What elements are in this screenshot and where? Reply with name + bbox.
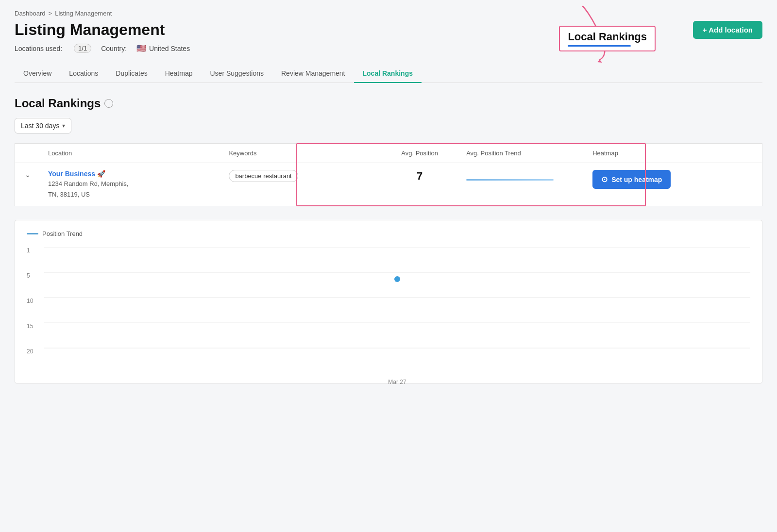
tab-heatmap[interactable]: Heatmap bbox=[156, 65, 202, 83]
col-avg-position: Avg. Position bbox=[381, 144, 458, 163]
business-address-line1: 1234 Random Rd, Memphis, bbox=[48, 180, 213, 188]
heatmap-icon: ⊙ bbox=[601, 175, 608, 184]
tab-local-rankings[interactable]: Local Rankings bbox=[354, 65, 422, 83]
date-filter-dropdown[interactable]: Last 30 days ▾ bbox=[15, 118, 71, 133]
date-filter-label: Last 30 days bbox=[21, 122, 59, 130]
tab-locations[interactable]: Locations bbox=[60, 65, 107, 83]
page-title: Listing Management bbox=[15, 21, 190, 39]
trend-line bbox=[466, 170, 577, 189]
nav-tabs: Overview Locations Duplicates Heatmap Us… bbox=[15, 65, 762, 83]
locations-badge: 1/1 bbox=[74, 44, 91, 53]
x-axis-label: Mar 27 bbox=[44, 379, 750, 385]
col-keywords: Keywords bbox=[221, 144, 381, 163]
tab-duplicates[interactable]: Duplicates bbox=[107, 65, 156, 83]
business-address-line2: TN, 38119, US bbox=[48, 190, 213, 199]
y-label-15: 15 bbox=[27, 323, 33, 330]
col-heatmap: Heatmap bbox=[585, 144, 762, 163]
legend-label: Position Trend bbox=[42, 230, 83, 237]
col-expand bbox=[15, 144, 41, 163]
table-row: ⌄ Your Business 🚀 1234 Random Rd, Memphi… bbox=[15, 163, 762, 206]
legend-line-icon bbox=[27, 233, 38, 234]
country-flag: 🇺🇸 bbox=[136, 44, 146, 53]
keyword-badge[interactable]: barbecue restaurant bbox=[229, 170, 298, 182]
y-label-5: 5 bbox=[27, 272, 30, 279]
add-location-button[interactable]: + Add location bbox=[693, 21, 762, 39]
tab-overview[interactable]: Overview bbox=[15, 65, 60, 83]
breadcrumb-separator: > bbox=[49, 10, 52, 17]
locations-used-label: Locations used: bbox=[15, 45, 62, 52]
info-icon[interactable]: i bbox=[104, 99, 113, 108]
section-title: Local Rankings bbox=[15, 97, 101, 110]
chart-legend: Position Trend bbox=[27, 230, 750, 237]
country-label: Country: bbox=[101, 45, 127, 52]
chevron-down-icon: ▾ bbox=[62, 122, 65, 129]
col-location: Location bbox=[40, 144, 221, 163]
breadcrumb-current: Listing Management bbox=[55, 10, 112, 17]
svg-marker-0 bbox=[597, 60, 602, 63]
business-name: Your Business 🚀 bbox=[48, 170, 213, 178]
chart-section: Position Trend 1 5 10 15 20 bbox=[15, 220, 762, 383]
rankings-table: Location Keywords Avg. Position Avg. Pos… bbox=[15, 143, 762, 206]
tab-review-management[interactable]: Review Management bbox=[272, 65, 354, 83]
country-name: United States bbox=[149, 45, 190, 52]
chart-svg bbox=[44, 247, 750, 373]
set-up-heatmap-button[interactable]: ⊙ Set up heatmap bbox=[592, 170, 671, 189]
breadcrumb-parent[interactable]: Dashboard bbox=[15, 10, 46, 17]
breadcrumb: Dashboard > Listing Management bbox=[15, 10, 762, 17]
expand-row-button[interactable]: ⌄ bbox=[23, 170, 33, 180]
y-label-20: 20 bbox=[27, 348, 33, 355]
y-label-1: 1 bbox=[27, 247, 30, 254]
tab-user-suggestions[interactable]: User Suggestions bbox=[201, 65, 272, 83]
data-point bbox=[394, 276, 400, 282]
local-rankings-highlight-box: Local Rankings bbox=[559, 26, 656, 51]
col-avg-position-trend: Avg. Position Trend bbox=[458, 144, 585, 163]
avg-position-value: 7 bbox=[381, 163, 458, 206]
y-label-10: 10 bbox=[27, 298, 33, 304]
